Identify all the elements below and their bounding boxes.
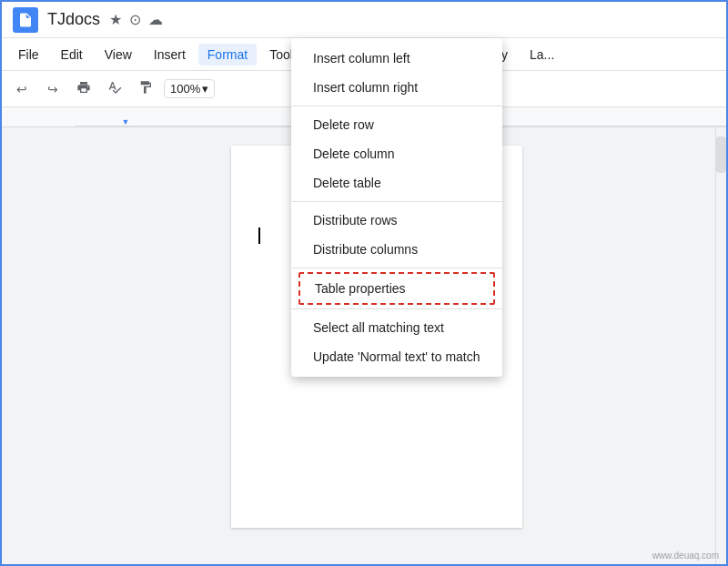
zoom-selector[interactable]: 100% ▾	[164, 79, 215, 98]
format-dropdown-menu: Insert column left Insert column right D…	[291, 38, 502, 377]
delete-column-item[interactable]: Delete column	[291, 139, 502, 168]
history-icon[interactable]: ⊙	[129, 11, 141, 28]
menu-edit[interactable]: Edit	[52, 44, 92, 66]
doc-title: TJdocs	[47, 10, 100, 29]
title-bar: TJdocs ★ ⊙ ☁	[2, 2, 726, 38]
insert-column-left-item[interactable]: Insert column left	[291, 44, 502, 73]
title-icons: ★ ⊙ ☁	[109, 11, 163, 28]
left-sidebar	[2, 127, 38, 566]
menu-insert[interactable]: Insert	[145, 44, 195, 66]
app-icon	[13, 7, 38, 33]
menu-divider-4	[291, 308, 502, 309]
delete-row-item[interactable]: Delete row	[291, 110, 502, 139]
zoom-arrow-icon: ▾	[202, 82, 208, 96]
undo-button[interactable]: ↩	[9, 76, 35, 102]
zoom-value: 100%	[170, 82, 200, 96]
spellcheck-icon	[107, 80, 122, 97]
spellcheck-button[interactable]	[102, 76, 127, 102]
select-matching-text-item[interactable]: Select all matching text	[291, 313, 502, 342]
insert-column-right-item[interactable]: Insert column right	[291, 73, 502, 102]
text-cursor	[258, 227, 260, 244]
redo-button[interactable]: ↪	[40, 76, 66, 102]
star-icon[interactable]: ★	[109, 11, 122, 28]
menu-format[interactable]: Format	[198, 44, 257, 66]
redo-icon: ↪	[47, 82, 58, 96]
menu-file[interactable]: File	[9, 44, 48, 66]
watermark: www.deuaq.com	[652, 551, 719, 561]
distribute-columns-item[interactable]: Distribute columns	[291, 235, 502, 264]
undo-icon: ↩	[16, 82, 27, 96]
update-normal-text-item[interactable]: Update 'Normal text' to match	[291, 342, 502, 371]
menu-divider-2	[291, 201, 502, 202]
menu-view[interactable]: View	[96, 44, 141, 66]
paint-format-button[interactable]	[133, 76, 158, 102]
distribute-rows-item[interactable]: Distribute rows	[291, 206, 502, 235]
vertical-scrollbar[interactable]	[715, 127, 726, 566]
menu-la[interactable]: La...	[521, 44, 563, 66]
print-icon	[76, 80, 91, 97]
delete-table-item[interactable]: Delete table	[291, 168, 502, 197]
paint-format-icon	[138, 80, 153, 97]
menu-divider-1	[291, 106, 502, 106]
cloud-icon[interactable]: ☁	[148, 11, 163, 28]
table-properties-item[interactable]: Table properties	[298, 272, 495, 305]
menu-divider-3	[291, 268, 502, 268]
print-button[interactable]	[71, 76, 96, 102]
